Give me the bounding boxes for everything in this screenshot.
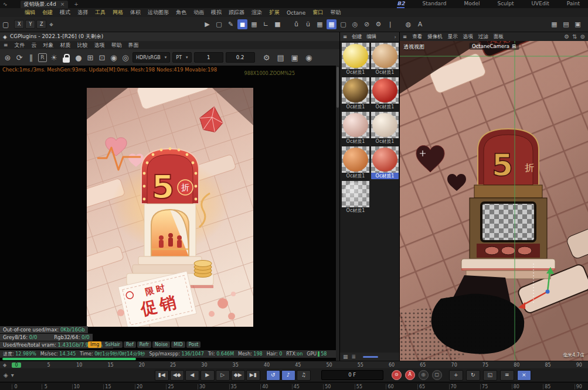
hamburger-icon[interactable]: ≡	[4, 42, 8, 48]
timeline-dropdown-icon[interactable]: ▾	[11, 372, 14, 378]
material-thumbnail[interactable]	[371, 112, 399, 138]
viewport-menu-item[interactable]: 查看	[412, 33, 422, 40]
material-thumbnail[interactable]	[342, 112, 369, 138]
region-clear-icon[interactable]: ⊡	[97, 53, 107, 62]
material-item[interactable]: Oc材质1	[342, 77, 369, 110]
menubar-item[interactable]: 模拟	[211, 9, 222, 16]
menubar-item[interactable]: 渲染	[251, 9, 262, 16]
layout-tab[interactable]: Standard	[422, 1, 446, 8]
volume-button[interactable]: ♫	[297, 370, 311, 381]
record-parameter-button[interactable]: ▢	[432, 370, 442, 380]
material-item[interactable]: Oc材质1	[342, 181, 369, 214]
disable-snap-icon[interactable]: ⊘	[362, 19, 372, 29]
keyframe-selection-button[interactable]: ◎	[419, 370, 429, 380]
menubar-item[interactable]: 模式	[60, 9, 70, 16]
viewport-scene[interactable]: 5 折	[400, 41, 588, 361]
layout-tab[interactable]: Paint	[567, 1, 580, 8]
render-pass-tab[interactable]: MID	[171, 341, 185, 348]
layout-tab[interactable]: Sculpt	[497, 1, 514, 8]
material-thumbnail[interactable]	[371, 43, 399, 69]
angle-snap-icon[interactable]: ∟	[261, 19, 271, 29]
menubar-item[interactable]: 窗口	[312, 9, 323, 16]
render-queue-icon[interactable]: ▤	[561, 19, 571, 29]
timeline-ruler[interactable]: ◆ 051015202530354045505560657075808590	[0, 361, 588, 369]
camera-name-label[interactable]: OctaneCamera ⊞	[469, 43, 519, 50]
expand-arrow-icon[interactable]: ›	[395, 34, 396, 40]
viewer-camera-icon[interactable]: ▣	[290, 53, 300, 62]
autokey-button[interactable]: A	[405, 370, 415, 380]
workplane-u-icon[interactable]: ů	[291, 19, 301, 29]
viewport-grid-icon[interactable]: ▢	[2, 20, 9, 29]
menubar-item[interactable]: 动画	[193, 9, 204, 16]
viewer-menu-item[interactable]: 云	[32, 42, 37, 49]
viewer-menu-item[interactable]: 界面	[128, 42, 139, 49]
render-view-icon[interactable]: ▦	[549, 19, 559, 29]
viewer-menu-item[interactable]: 帮助	[111, 42, 122, 49]
restart-render-icon[interactable]: R	[38, 53, 47, 62]
menubar-item[interactable]: 体积	[130, 9, 141, 16]
record-position-toggle[interactable]: +	[449, 370, 463, 381]
material-thumbnail[interactable]	[342, 43, 369, 69]
kernel-sun-icon[interactable]: ☀	[49, 53, 59, 62]
new-tab-button[interactable]: +	[74, 1, 79, 7]
hamburger-icon[interactable]: ≡	[403, 34, 407, 40]
record-rotation-toggle[interactable]: ↻	[466, 370, 480, 381]
close-tab-icon[interactable]: ×	[60, 1, 65, 8]
keyframe-diamond-icon[interactable]: ◈	[4, 372, 8, 378]
prev-key-button[interactable]: ◀◆	[170, 370, 184, 381]
viewer-film-icon[interactable]: ▤	[276, 53, 285, 62]
colorspace-dropdown[interactable]: HDR/sRGB	[132, 52, 170, 63]
viewer-title-bar[interactable]: ◈ CGPlugins - 2022.1-[R26] (0 天剩余)	[0, 32, 339, 41]
viewer-circle-icon[interactable]: ◉	[304, 53, 314, 62]
material-item[interactable]: Oc材质1	[371, 43, 399, 76]
material-menu-item[interactable]: 创建	[352, 33, 362, 40]
menubar-item[interactable]: 角色	[176, 9, 186, 16]
focus-pick-icon[interactable]: ◉	[109, 53, 118, 62]
render-pass-tab[interactable]: Post	[186, 341, 201, 348]
next-key-button[interactable]: ◆▶	[231, 370, 245, 381]
goto-end-button[interactable]: ▶▮	[246, 370, 260, 381]
render-pass-tab[interactable]: SsHair	[103, 341, 123, 348]
material-item[interactable]: Oc材质1	[342, 146, 369, 179]
viewport-menu-item[interactable]: 过滤	[478, 33, 488, 40]
next-frame-button[interactable]: ▷	[216, 370, 230, 381]
viewport-menu-item[interactable]: 显示	[448, 33, 458, 40]
viewer-menu-item[interactable]: 文件	[15, 42, 25, 49]
material-item[interactable]: Oc材质1	[371, 77, 399, 110]
menubar-item[interactable]: 选择	[77, 9, 88, 16]
render-pass-tab[interactable]: Ref	[124, 341, 136, 348]
menubar-item[interactable]: 编辑	[25, 9, 35, 16]
subsample-field[interactable]: 0.2	[226, 52, 255, 63]
current-frame-field[interactable]: 0 F	[321, 370, 383, 380]
layout-tab[interactable]: Model	[464, 1, 480, 8]
menubar-item[interactable]: Octane	[287, 10, 305, 16]
workplane-u2-icon[interactable]: ü	[303, 19, 313, 29]
menubar-item[interactable]: 运动图形	[148, 9, 169, 16]
viewer-scrollbar[interactable]	[336, 66, 339, 361]
material-scroll-handle[interactable]	[363, 356, 378, 358]
refresh-icon[interactable]: ⟳	[15, 53, 24, 62]
octane-balloon-icon[interactable]: ◍	[403, 19, 413, 29]
plain-box-icon[interactable]: ▢	[338, 19, 348, 29]
target-icon[interactable]: ◎	[350, 19, 360, 29]
material-item[interactable]: Oc材质1	[371, 112, 399, 145]
render-pass-tab[interactable]: Noise	[152, 341, 170, 348]
swatch-icon[interactable]: ■	[273, 19, 283, 29]
powerslider-ruler[interactable]: 051015202530354045505560657075808590	[0, 382, 588, 390]
material-pick-icon[interactable]: ◎	[121, 53, 130, 62]
render-pass-tab[interactable]: Refr	[137, 341, 151, 348]
material-item[interactable]: Oc材质1	[342, 112, 369, 145]
render-settings-icon[interactable]: ▣	[573, 19, 583, 29]
viewport-settings-icon[interactable]: ⚙	[564, 33, 569, 40]
viewer-menu-item[interactable]: 对象	[43, 42, 54, 49]
viewport-swap-icon[interactable]: ⇅	[572, 33, 577, 40]
grid-quantize-icon[interactable]: ▦	[327, 19, 337, 29]
viewport-menu-item[interactable]: 摄像机	[427, 33, 443, 40]
hamburger-icon[interactable]: ≡	[343, 34, 347, 40]
menubar-item[interactable]: 创建	[42, 9, 53, 16]
divider-icon[interactable]: |	[385, 19, 395, 29]
viewport-menu-item[interactable]: 面板	[494, 33, 504, 40]
material-item[interactable]: Oc材质1	[371, 146, 399, 179]
axis-x-button[interactable]: X	[14, 20, 24, 29]
record-layers-toggle[interactable]: ≡	[500, 370, 514, 381]
